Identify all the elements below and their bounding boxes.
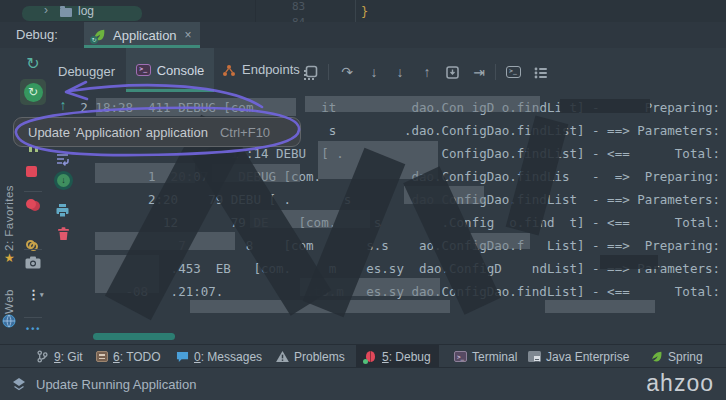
bug-icon: [364, 350, 377, 363]
toolwindow-debug[interactable]: 5: Debug: [356, 345, 439, 368]
tooltip-shortcut: Ctrl+F10: [220, 125, 270, 140]
show-execution-point-icon[interactable]: [301, 63, 319, 81]
status-bar: Update Running Application ahzoo: [0, 367, 726, 400]
update-application-icon: ↻: [24, 83, 43, 102]
toolwindow-terminal[interactable]: >_ Terminal: [446, 345, 525, 368]
chevron-right-icon[interactable]: ›: [44, 3, 48, 17]
endpoints-icon: [222, 63, 236, 77]
up-stack-trace-icon[interactable]: ↑: [55, 97, 71, 113]
separator: [24, 249, 42, 250]
console-icon: >_: [136, 64, 151, 76]
watermark: ahzoo: [646, 370, 714, 397]
folder-icon: [60, 8, 72, 17]
sidebar-item-favorites[interactable]: 2: Favorites: [3, 165, 15, 251]
java-enterprise-icon: [528, 351, 541, 362]
tab-title: Application: [113, 28, 177, 43]
update-application-button[interactable]: ↻: [20, 79, 46, 105]
step-out-icon[interactable]: ↑: [418, 63, 436, 81]
thread-dump-camera-icon[interactable]: [25, 256, 41, 269]
sidebar-item-web[interactable]: Web: [3, 284, 15, 314]
tooltip-text: Update 'Application' application: [28, 125, 208, 140]
star-icon: ★: [4, 251, 15, 265]
tab-endpoints[interactable]: Endpoints: [222, 62, 300, 77]
indent-guide: [355, 0, 356, 22]
tab-debugger[interactable]: Debugger: [58, 64, 115, 79]
separator: [24, 191, 42, 192]
stop-icon[interactable]: [26, 166, 37, 177]
spring-leaf-icon: [650, 350, 663, 363]
toolbar-separator: [495, 64, 496, 80]
terminal-icon: >_: [454, 351, 467, 362]
toolwindow-messages[interactable]: 0: Messages: [168, 345, 270, 368]
step-into-icon[interactable]: ↓: [365, 63, 383, 81]
debug-toolwindow-header: Debug: ↻ Application ×: [0, 22, 726, 48]
mute-breakpoints-icon[interactable]: [25, 240, 41, 253]
git-branch-icon: [36, 350, 49, 363]
reset-frame-icon[interactable]: [443, 63, 461, 81]
globe-icon: [2, 314, 16, 332]
tab-active-underline: [126, 89, 214, 92]
censor-block: [96, 98, 296, 116]
separator: [24, 317, 42, 318]
clear-all-trash-icon[interactable]: [56, 226, 71, 241]
update-status-icon: [12, 377, 26, 395]
hidden-actions-icon[interactable]: •••: [26, 324, 41, 334]
close-icon[interactable]: ×: [185, 28, 192, 42]
tree-item-label[interactable]: log: [78, 4, 94, 18]
tab-console[interactable]: >_ Console: [126, 48, 214, 92]
line-number: 83: [292, 0, 305, 13]
message-bubble-icon: [176, 351, 189, 363]
print-icon[interactable]: [55, 203, 70, 218]
rerun-icon[interactable]: ↻: [24, 54, 42, 72]
evaluate-expression-icon[interactable]: >_: [504, 63, 522, 81]
restart-badge-icon: ↻: [90, 36, 98, 44]
more-options-icon[interactable]: ⋮▾: [27, 287, 44, 302]
todo-icon: [96, 351, 108, 362]
step-over-icon[interactable]: ↷: [338, 63, 356, 81]
editor-strip: › log 83 84 }: [0, 0, 726, 22]
tab-application[interactable]: ↻ Application ×: [84, 22, 200, 48]
toolbar-separator: [328, 64, 329, 80]
update-application-tooltip: Update 'Application' application Ctrl+F1…: [13, 117, 301, 147]
view-breakpoints-icon[interactable]: [25, 199, 41, 213]
censor-block: [560, 99, 650, 113]
toolwindow-spring[interactable]: Spring: [642, 345, 711, 368]
pane-splitter[interactable]: [255, 0, 256, 22]
debug-label: Debug:: [16, 27, 58, 42]
censor-block: [305, 96, 540, 112]
toolwindow-git[interactable]: 9: Git: [28, 345, 91, 368]
soft-wrap-icon[interactable]: [55, 152, 70, 167]
status-message: Update Running Application: [36, 377, 196, 392]
censor-block: [600, 255, 658, 269]
toolwindow-bar: 9: Git 6: TODO 0: Messages Problems 5: D…: [0, 344, 726, 367]
toolwindow-problems[interactable]: Problems: [268, 345, 353, 368]
toolwindow-java-enterprise[interactable]: Java Enterprise: [520, 345, 637, 368]
layout-settings-icon[interactable]: [531, 63, 549, 81]
censor-block: [470, 233, 530, 249]
code-brace: }: [361, 5, 368, 19]
log-line: 1 :14 DEBU [ . ConfigDao.findList] - <==…: [231, 146, 720, 161]
spring-boot-icon: ↻: [92, 28, 107, 42]
scroll-to-end-icon[interactable]: ↓: [54, 171, 73, 190]
toolwindow-todo[interactable]: 6: TODO: [88, 345, 169, 368]
warning-triangle-icon: [276, 351, 289, 362]
run-to-cursor-icon[interactable]: ⇥: [470, 63, 488, 81]
censor-block: [545, 300, 655, 313]
progress-bar: [93, 333, 175, 340]
ide-debug-window: › log 83 84 } Debug: ↻ Application × Deb…: [0, 0, 726, 400]
force-step-into-icon[interactable]: ↓: [391, 63, 409, 81]
